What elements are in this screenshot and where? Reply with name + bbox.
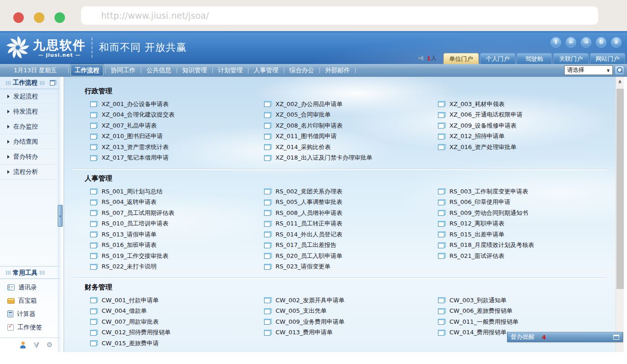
form-link[interactable]: CW_003_到款通知单 (432, 295, 606, 306)
form-link[interactable]: RS_023_请假变更单 (259, 262, 432, 273)
form-link[interactable]: RS_014_外出人员登记表 (259, 229, 432, 240)
form-link[interactable]: RS_005_人事调整审批表 (259, 197, 432, 208)
form-link[interactable]: RS_018_月度绩效计划及考核表 (432, 240, 606, 251)
form-link[interactable]: CW_011_一般费用报销单 (432, 316, 606, 327)
nav-item[interactable]: 工作流程 (70, 64, 103, 76)
maximize-window-button[interactable] (54, 12, 65, 23)
forward-button[interactable]: → (581, 37, 591, 48)
form-link[interactable]: RS_019_工作交接审批表 (85, 251, 259, 262)
scroll-up-arrow-icon[interactable]: ∧ (616, 77, 624, 87)
form-link[interactable]: RS_011_员工转正申请表 (259, 219, 432, 230)
form-link[interactable]: XZ_008_名片印制申请表 (259, 120, 432, 131)
form-link[interactable]: RS_016_加班申请表 (85, 240, 259, 251)
form-link[interactable]: XZ_003_耗材申领表 (432, 99, 606, 110)
form-link[interactable]: XZ_014_采购比价表 (259, 142, 432, 153)
main-content: 行政管理XZ_001_办公设备申请表XZ_002_办公用品申请单XZ_003_耗… (64, 77, 627, 352)
form-link[interactable]: CW_012_招待费用报销单 (85, 327, 259, 338)
form-link[interactable]: RS_015_出差申请单 (432, 229, 606, 240)
form-link[interactable]: XZ_006_开通电话权限申请 (432, 110, 606, 121)
search-button[interactable] (615, 65, 624, 75)
sidebar-flow-item[interactable]: 在办监控 (0, 119, 57, 134)
form-link[interactable]: XZ_018_出入证及门禁卡办理审批单 (259, 153, 432, 164)
tool-item[interactable]: 工作便签 (0, 321, 64, 334)
user-icon[interactable] (20, 342, 26, 348)
nav-item[interactable]: 协同工作 (107, 65, 139, 76)
close-window-button[interactable] (13, 12, 24, 23)
form-link[interactable]: RS_022_未打卡说明 (85, 262, 259, 273)
form-link[interactable]: CW_006_差旅费报销单 (432, 306, 606, 317)
form-link[interactable]: XZ_013_资产需求统计表 (85, 142, 259, 153)
form-link[interactable]: CW_007_用款审批表 (85, 316, 259, 327)
portal-tab[interactable]: 网站门户 (590, 53, 625, 64)
form-link[interactable]: RS_012_离职申请表 (432, 219, 606, 230)
form-link[interactable]: RS_006_印章使用申请 (432, 197, 606, 208)
form-link[interactable]: CW_001_付款申请单 (85, 295, 259, 306)
form-link[interactable]: RS_002_党团关系办理表 (259, 186, 432, 197)
form-link[interactable]: XZ_007_礼品申请表 (85, 120, 259, 131)
popout-window-icon[interactable] (50, 80, 56, 86)
form-link[interactable]: CW_004_借款单 (85, 306, 259, 317)
form-link[interactable]: RS_003_工作制度变更申请表 (432, 186, 606, 197)
sidebar-flow-item[interactable]: 待发流程 (0, 104, 57, 119)
form-link[interactable]: XZ_017_笔记本借用申请 (85, 153, 259, 164)
form-link[interactable]: CW_015_差旅费申请 (85, 338, 259, 349)
form-link[interactable]: XZ_010_图书归还申请 (85, 131, 259, 142)
tools-icon[interactable] (33, 342, 40, 348)
triangle-bullet-icon (7, 95, 10, 98)
info-button[interactable]: i (551, 37, 561, 48)
nav-item[interactable]: 综合办公 (286, 65, 318, 76)
tool-item[interactable]: 百宝箱 (0, 294, 64, 307)
form-link[interactable]: RS_013_请假申请单 (85, 229, 259, 240)
scrollbar-thumb[interactable] (616, 89, 624, 289)
form-link[interactable]: RS_004_返聘申请表 (85, 197, 259, 208)
form-link[interactable]: RS_010_员工培训申请表 (85, 219, 259, 230)
form-link[interactable]: CW_002_发票开具申请单 (259, 295, 432, 306)
portal-tab[interactable]: 驾驶舱 (517, 53, 552, 64)
form-link[interactable]: RS_021_面试评估表 (432, 251, 606, 262)
sidebar-flow-item[interactable]: 办结查阅 (0, 134, 57, 150)
address-bar[interactable]: http://www.jiusi.net/jsoa/ (81, 6, 598, 25)
portal-tab[interactable]: 单位门户 (443, 53, 479, 64)
form-link[interactable]: XZ_005_合同审批单 (259, 110, 432, 121)
form-link[interactable]: RS_009_劳动合同到期通知书 (432, 208, 606, 219)
form-link[interactable]: CW_013_费用申请单 (259, 327, 432, 338)
form-link[interactable]: RS_001_周计划与总结 (85, 186, 259, 197)
nav-item[interactable]: 知识管理 (178, 65, 211, 76)
form-link[interactable]: XZ_001_办公设备申请表 (85, 99, 259, 110)
back-button[interactable]: ← (566, 37, 576, 48)
minimize-window-button[interactable] (34, 12, 44, 23)
form-link[interactable]: RS_020_员工入职申请单 (259, 251, 432, 262)
form-link-label: RS_022_未打卡说明 (102, 262, 157, 271)
form-link[interactable]: XZ_009_设备维修申请表 (432, 120, 606, 131)
todo-reminder-bar[interactable]: 督办提醒 4 (507, 332, 623, 342)
nav-item[interactable]: 计划管理 (214, 65, 246, 76)
sidebar-collapse-handle[interactable]: ‹ (58, 205, 63, 227)
portal-tab[interactable]: 个人门户 (480, 53, 515, 64)
sidebar-flow-item[interactable]: 发起流程 (0, 89, 57, 104)
tool-item[interactable]: 通讯录 (0, 281, 64, 294)
vertical-scrollbar[interactable]: ∧ (616, 77, 624, 352)
form-link[interactable]: XZ_004_合理化建议提交表 (85, 110, 259, 121)
tool-item[interactable]: 计算器 (0, 307, 64, 321)
portal-tab[interactable]: 关联门户 (553, 53, 589, 64)
nav-item[interactable]: 外部邮件 (321, 65, 353, 76)
sidebar-flow-item[interactable]: 督办转办 (0, 150, 57, 165)
form-link[interactable]: RS_007_员工试用期评估表 (85, 208, 259, 219)
form-link[interactable]: XZ_012_招待申请单 (432, 131, 606, 142)
sidebar-flow-item[interactable]: 流程分析 (0, 165, 57, 180)
form-icon (90, 144, 98, 150)
form-link[interactable]: XZ_016_资产处理审批单 (432, 142, 606, 153)
form-link[interactable]: RS_008_人员增补申请表 (259, 208, 432, 219)
quick-select-dropdown[interactable]: 请选择 ∨ (564, 65, 613, 75)
nav-item[interactable]: 人事管理 (250, 65, 282, 76)
refresh-button[interactable]: ↻ (596, 37, 606, 48)
gear-icon[interactable]: ⚙ (47, 342, 53, 348)
form-link[interactable]: CW_009_业务费用申请单 (259, 316, 432, 327)
form-link[interactable]: RS_017_员工出差报告 (259, 240, 432, 251)
form-link[interactable]: XZ_002_办公用品申请单 (259, 99, 432, 110)
maximize-reminder-icon[interactable] (613, 335, 619, 340)
nav-item[interactable]: 公共信息 (143, 65, 175, 76)
close-button[interactable]: × (611, 37, 622, 48)
form-link[interactable]: CW_005_支出凭单 (259, 306, 432, 317)
form-link[interactable]: XZ_011_图书借阅申请 (259, 131, 432, 142)
